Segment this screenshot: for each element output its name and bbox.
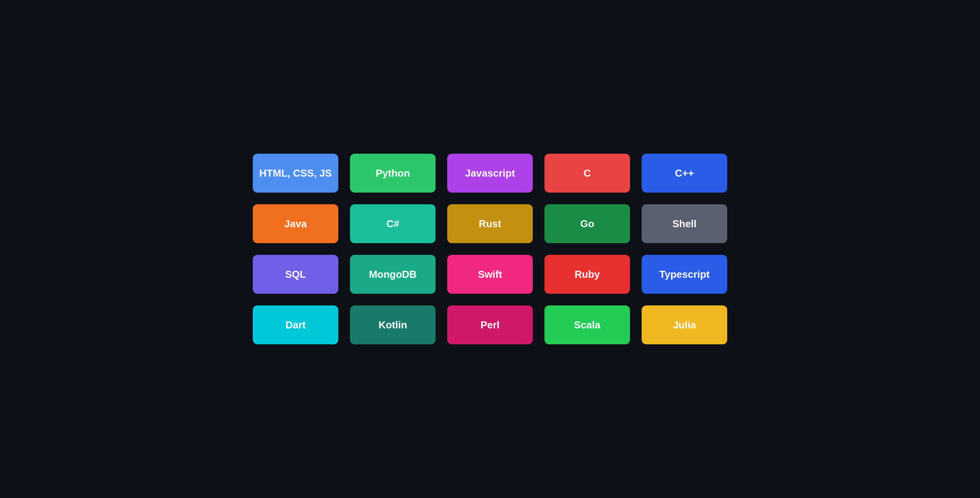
lang-card-cpp[interactable]: C++ <box>642 154 727 193</box>
lang-card-javascript[interactable]: Javascript <box>447 154 533 193</box>
lang-label-sql: SQL <box>281 268 310 281</box>
lang-card-rust[interactable]: Rust <box>447 204 533 243</box>
lang-label-dart: Dart <box>282 319 310 331</box>
lang-label-typescript: Typescript <box>655 268 714 281</box>
lang-card-c[interactable]: C <box>544 154 630 193</box>
lang-card-sql[interactable]: SQL <box>253 255 338 294</box>
lang-card-csharp[interactable]: C# <box>350 204 436 243</box>
language-grid: HTML, CSS, JSPythonJavascriptCC++JavaC#R… <box>229 130 751 368</box>
lang-card-julia[interactable]: Julia <box>642 305 727 344</box>
lang-card-go[interactable]: Go <box>544 204 630 243</box>
lang-card-typescript[interactable]: Typescript <box>642 255 727 294</box>
lang-label-shell: Shell <box>668 218 700 230</box>
lang-card-shell[interactable]: Shell <box>642 204 727 243</box>
lang-card-python[interactable]: Python <box>350 154 436 193</box>
lang-label-perl: Perl <box>476 319 503 331</box>
lang-card-swift[interactable]: Swift <box>447 255 533 294</box>
lang-card-ruby[interactable]: Ruby <box>544 255 630 294</box>
lang-label-ruby: Ruby <box>571 268 604 281</box>
lang-label-swift: Swift <box>474 268 506 281</box>
lang-label-python: Python <box>372 167 414 179</box>
lang-label-kotlin: Kotlin <box>374 319 411 331</box>
lang-card-dart[interactable]: Dart <box>253 305 338 344</box>
lang-label-go: Go <box>576 218 598 230</box>
lang-card-kotlin[interactable]: Kotlin <box>350 305 436 344</box>
lang-card-mongodb[interactable]: MongoDB <box>350 255 436 294</box>
lang-label-cpp: C++ <box>671 167 698 179</box>
lang-label-mongodb: MongoDB <box>365 268 421 281</box>
lang-label-rust: Rust <box>475 218 505 230</box>
lang-card-html-css-js[interactable]: HTML, CSS, JS <box>253 154 338 193</box>
lang-label-c: C <box>580 167 595 179</box>
lang-card-java[interactable]: Java <box>253 204 338 243</box>
lang-label-scala: Scala <box>570 319 604 331</box>
lang-label-julia: Julia <box>669 319 700 331</box>
lang-label-html-css-js: HTML, CSS, JS <box>256 167 336 179</box>
lang-label-java: Java <box>280 218 311 230</box>
lang-label-javascript: Javascript <box>461 167 519 179</box>
lang-label-csharp: C# <box>382 218 403 230</box>
lang-card-scala[interactable]: Scala <box>544 305 630 344</box>
lang-card-perl[interactable]: Perl <box>447 305 533 344</box>
